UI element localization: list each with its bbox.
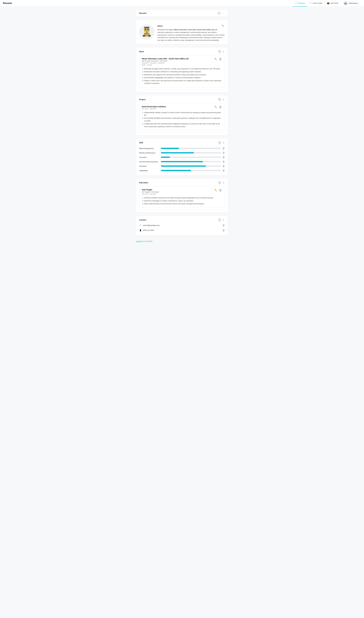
work-bullet-4: Played a critical role in the discovery … bbox=[144, 79, 222, 85]
work-add-icon[interactable]: ⊕ bbox=[218, 50, 221, 53]
svg-rect-16 bbox=[145, 33, 146, 34]
main-content: Resume ⊙ ⋮ bbox=[134, 7, 230, 252]
tab-job-panel[interactable]: 💼 Job Panel bbox=[325, 0, 340, 7]
svg-rect-1 bbox=[143, 35, 145, 37]
skill-bar-wrap-0 bbox=[161, 148, 221, 149]
project-item-date: Jan 2024 – Aug 2024 bbox=[142, 108, 166, 110]
tab-cover-letter[interactable]: ✉️ Cover Letter bbox=[307, 0, 325, 7]
work-item-subtitle: Buy N Large Corporation . Permanent bbox=[142, 60, 189, 62]
walle-image bbox=[140, 26, 153, 38]
work-item-tags: Earth . On-Site bbox=[142, 64, 189, 66]
skill-delete-0[interactable]: 🗑️ bbox=[222, 147, 225, 149]
work-collapse-button[interactable]: ∧ bbox=[222, 50, 225, 53]
work-item-header: Waste Allocation Load Lifter - Earth-Cla… bbox=[142, 57, 222, 66]
skill-bar-wrap-5 bbox=[161, 170, 221, 171]
education-item-bullets: Advanced problem-solving and innovation … bbox=[142, 196, 222, 205]
skill-header-actions: ⊕ ∧ bbox=[218, 141, 225, 144]
work-bullet-1: Developed innovative methods for compact… bbox=[144, 70, 222, 73]
contact-list: ✉️ wall-e@buynlarge.com 🗑️ 📱 (555) 123-4… bbox=[139, 223, 225, 233]
tab-resume[interactable]: 📄 Resume bbox=[293, 0, 307, 7]
skill-name-5: Adaptability bbox=[139, 170, 159, 172]
skill-bar-wrap-3 bbox=[161, 161, 221, 162]
project-section: Project ⊕ ∧ Earth Restoration Initiative… bbox=[136, 95, 228, 135]
work-item-delete-button[interactable]: 🗑️ bbox=[219, 57, 222, 61]
avatar[interactable]: 🤖 bbox=[343, 1, 348, 5]
skill-name-1: Robotics Maintenance bbox=[139, 152, 159, 154]
skill-section-title: Skill bbox=[139, 142, 143, 144]
footer: resume.io 0.01 by Wall'e bbox=[136, 238, 228, 244]
skill-delete-3[interactable]: 🗑️ bbox=[222, 161, 225, 163]
skill-bar-wrap-2 bbox=[161, 157, 221, 158]
education-item-body: Advanced problem-solving and innovation … bbox=[142, 196, 222, 205]
education-bullet-0: Advanced problem-solving and innovation … bbox=[144, 196, 222, 199]
skill-bar-fill-5 bbox=[161, 170, 191, 171]
skill-delete-1[interactable]: 🗑️ bbox=[222, 152, 225, 154]
project-item-delete-button[interactable]: 🗑️ bbox=[219, 106, 222, 109]
cover-letter-tab-icon: ✉️ bbox=[309, 2, 312, 4]
work-item-0: Waste Allocation Load Lifter - Earth-Cla… bbox=[139, 55, 225, 87]
job-panel-tab-icon: 💼 bbox=[327, 2, 329, 4]
work-item-actions: ✏️ 🗑️ bbox=[214, 57, 222, 61]
skill-row-3: Environmental Awareness 🗑️ bbox=[139, 160, 225, 164]
skill-delete-2[interactable]: 🗑️ bbox=[222, 156, 225, 158]
about-label: About ✏️ bbox=[157, 24, 225, 27]
project-section-title: Project bbox=[139, 98, 146, 101]
footer-text: 0.01 by Wall'e bbox=[143, 241, 153, 242]
resume-tab-icon: 📄 bbox=[295, 2, 298, 4]
skill-bar-fill-1 bbox=[161, 152, 194, 153]
project-item-bullets: Independently initiated a project to res… bbox=[142, 111, 222, 128]
contact-collapse-button[interactable]: ∧ bbox=[222, 218, 225, 221]
project-bullet-0: Independently initiated a project to res… bbox=[144, 111, 222, 117]
resume-settings-icon[interactable]: ⊙ bbox=[218, 12, 221, 14]
project-add-icon[interactable]: ⊕ bbox=[218, 98, 221, 101]
skill-collapse-button[interactable]: ∧ bbox=[222, 141, 225, 144]
skill-section: Skill ⊕ ∧ Waste Management 🗑️ Robotics M… bbox=[136, 138, 228, 175]
work-bullet-2: Maintained and repaired own mechanical s… bbox=[144, 73, 222, 76]
skill-row-4: Teamwork 🗑️ bbox=[139, 164, 225, 168]
nav-more-icon[interactable]: ⋮ bbox=[359, 2, 361, 5]
project-item-actions: ✏️ 🗑️ bbox=[214, 106, 222, 109]
skill-bar-fill-4 bbox=[161, 165, 206, 167]
username-label: Wall'eeeeee bbox=[349, 2, 358, 4]
skill-delete-4[interactable]: 🗑️ bbox=[222, 165, 225, 167]
skill-list: Waste Management 🗑️ Robotics Maintenance… bbox=[139, 146, 225, 173]
about-edit-button[interactable]: ✏️ bbox=[221, 24, 225, 27]
contact-section: Contact ⊕ ∧ ✉️ wall-e@buynlarge.com 🗑️ 📱… bbox=[136, 216, 228, 235]
resume-section-title: Resume bbox=[139, 12, 146, 14]
skill-name-0: Waste Management bbox=[139, 148, 159, 149]
resume-more-button[interactable]: ⋮ bbox=[222, 12, 225, 15]
contact-row-1: 📱 (555) 123-4567 🗑️ bbox=[139, 228, 225, 233]
contact-row-0: ✉️ wall-e@buynlarge.com 🗑️ bbox=[139, 223, 225, 228]
project-item-title: Earth Restoration Initiative bbox=[142, 106, 166, 108]
education-bullet-1: Extensive knowledge in robotics maintena… bbox=[144, 200, 222, 202]
education-bullet-2: Deep understanding of environmental scie… bbox=[144, 202, 222, 205]
footer-link[interactable]: resume.io bbox=[136, 241, 143, 242]
education-item-edit-button[interactable]: ✏️ bbox=[214, 188, 218, 192]
about-section: About ✏️ Dedicated and diligent Waste Al… bbox=[136, 20, 228, 44]
skill-add-icon[interactable]: ⊕ bbox=[218, 141, 221, 144]
education-item-delete-button[interactable]: 🗑️ bbox=[219, 188, 222, 192]
work-item-body: Efficiently managed waste collection, so… bbox=[142, 67, 222, 85]
skill-row-1: Robotics Maintenance 🗑️ bbox=[139, 151, 225, 155]
project-item-body: Independently initiated a project to res… bbox=[142, 111, 222, 128]
contact-delete-0[interactable]: 🗑️ bbox=[222, 224, 225, 227]
education-add-icon[interactable]: ⊕ bbox=[218, 181, 221, 184]
project-bullet-1: Successfully identified and protected a … bbox=[144, 117, 222, 122]
work-section-title: Work bbox=[139, 51, 144, 53]
cover-letter-tab-label: Cover Letter bbox=[313, 2, 322, 4]
contact-header-actions: ⊕ ∧ bbox=[218, 218, 225, 221]
svg-rect-2 bbox=[148, 35, 151, 37]
contact-add-icon[interactable]: ⊕ bbox=[218, 218, 221, 221]
project-collapse-button[interactable]: ∧ bbox=[222, 98, 225, 101]
education-collapse-button[interactable]: ∧ bbox=[222, 181, 225, 184]
skill-bar-wrap-1 bbox=[161, 152, 221, 153]
skill-name-2: Innovation bbox=[139, 156, 159, 158]
skill-delete-5[interactable]: 🗑️ bbox=[222, 169, 225, 172]
project-item-edit-button[interactable]: ✏️ bbox=[214, 106, 218, 109]
about-text: About ✏️ Dedicated and diligent Waste Al… bbox=[157, 24, 225, 42]
work-item-edit-button[interactable]: ✏️ bbox=[214, 57, 218, 61]
education-section-title: Education bbox=[139, 182, 148, 184]
contact-delete-1[interactable]: 🗑️ bbox=[222, 229, 225, 231]
resume-header: Resume ⊙ ⋮ bbox=[139, 12, 225, 15]
skill-bar-fill-2 bbox=[161, 157, 170, 158]
